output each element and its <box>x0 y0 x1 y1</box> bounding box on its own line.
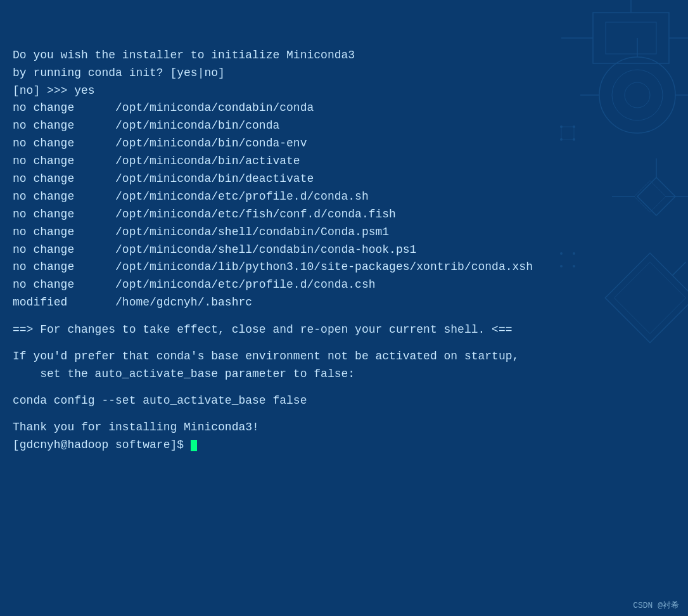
terminal-line <box>13 410 675 419</box>
terminal-cursor <box>191 440 197 451</box>
terminal-line: no change /opt/miniconda/etc/fish/conf.d… <box>13 206 675 224</box>
terminal-line <box>13 338 675 347</box>
terminal-line: Do you wish the installer to initialize … <box>13 47 675 65</box>
terminal-line: by running conda init? [yes|no] <box>13 65 675 82</box>
terminal-line: no change /opt/miniconda/etc/profile.d/c… <box>13 188 675 206</box>
terminal-output: Do you wish the installer to initialize … <box>13 11 675 454</box>
terminal-line: no change /opt/miniconda/lib/python3.10/… <box>13 259 675 276</box>
watermark: CSDN @衬希 <box>633 600 679 611</box>
terminal-line: no change /opt/miniconda/bin/activate <box>13 153 675 170</box>
terminal-line: no change /opt/miniconda/shell/condabin/… <box>13 241 675 259</box>
terminal-window: Do you wish the installer to initialize … <box>0 0 688 616</box>
terminal-line: no change /opt/miniconda/bin/conda <box>13 117 675 135</box>
terminal-line: [no] >>> yes <box>13 82 675 100</box>
terminal-line: If you'd prefer that conda's base enviro… <box>13 348 675 366</box>
terminal-line <box>13 383 675 392</box>
terminal-line: ==> For changes to take effect, close an… <box>13 321 675 339</box>
terminal-line: no change /opt/miniconda/shell/condabin/… <box>13 224 675 241</box>
terminal-line: no change /opt/miniconda/bin/deactivate <box>13 170 675 188</box>
terminal-line <box>13 312 675 321</box>
terminal-line: [gdcnyh@hadoop software]$ <box>13 437 675 454</box>
terminal-line: no change /opt/miniconda/etc/profile.d/c… <box>13 276 675 294</box>
terminal-line: modified /home/gdcnyh/.bashrc <box>13 294 675 312</box>
terminal-line: no change /opt/miniconda/condabin/conda <box>13 99 675 117</box>
terminal-line: set the auto_activate_base parameter to … <box>13 366 675 383</box>
terminal-line: conda config --set auto_activate_base fa… <box>13 392 675 410</box>
terminal-line: Thank you for installing Miniconda3! <box>13 419 675 437</box>
terminal-line: no change /opt/miniconda/bin/conda-env <box>13 135 675 153</box>
